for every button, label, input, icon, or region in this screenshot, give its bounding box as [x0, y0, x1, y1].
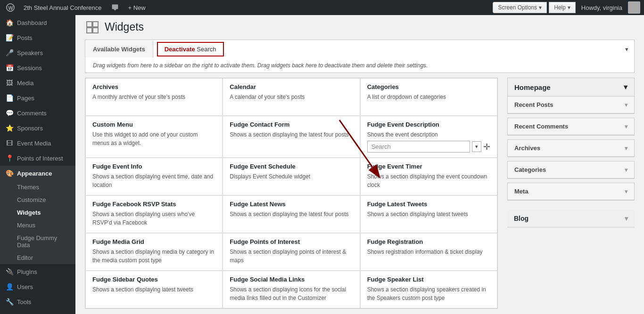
- search-input[interactable]: [367, 141, 470, 153]
- panel-header-categories[interactable]: Categories ▾: [508, 161, 634, 178]
- search-dropdown[interactable]: ▾: [472, 141, 481, 152]
- sidebar-item-posts[interactable]: 📝 Posts: [0, 30, 75, 45]
- panel-header-recent-posts[interactable]: Recent Posts ▾: [508, 97, 634, 113]
- widget-card-fudge-contact-form[interactable]: Fudge Contact Form Shows a section displ…: [223, 116, 360, 158]
- widget-card-fudge-media-grid[interactable]: Fudge Media Grid Shows a section display…: [85, 233, 223, 271]
- sidebar-label-speakers: Speakers: [17, 49, 43, 56]
- panel-header-archives[interactable]: Archives ▾: [508, 140, 634, 157]
- panel-header-meta[interactable]: Meta ▾: [508, 183, 634, 200]
- widget-title: Fudge Event Timer: [367, 163, 490, 170]
- sub-item-themes[interactable]: Themes: [0, 181, 75, 193]
- sidebar-item-plugins[interactable]: 🔌 Plugins: [0, 264, 75, 279]
- deactivate-red: Deactivate: [165, 46, 195, 53]
- comments-icon[interactable]: [107, 0, 124, 15]
- widget-title: Fudge Event Schedule: [230, 163, 353, 170]
- site-name[interactable]: 2th Steel Annual Conference: [19, 0, 107, 15]
- sidebar-item-speakers[interactable]: 🎤 Speakers: [0, 45, 75, 60]
- widget-desc: Shows a section displaying users who've …: [92, 210, 215, 227]
- sidebar-item-comments[interactable]: 💬 Comments: [0, 105, 75, 121]
- widget-card-archives[interactable]: Archives A monthly archive of your site'…: [85, 78, 223, 116]
- widget-card-fudge-sidebar-quotes[interactable]: Fudge Sidebar Quotes Shows a section dis…: [85, 271, 223, 308]
- sub-item-fudge-dummy[interactable]: Fudge Dummy Data: [0, 232, 75, 251]
- tab-deactivate-search[interactable]: Deactivate Search: [157, 42, 224, 56]
- sidebar-item-media[interactable]: 🖼 Media: [0, 75, 75, 90]
- blog-header[interactable]: Blog ▾: [507, 210, 635, 227]
- sessions-icon: 📅: [6, 64, 13, 72]
- widget-desc: Shows the event description: [367, 130, 490, 139]
- page-title: Widgets: [105, 20, 144, 34]
- widget-desc: Shows a section displaying the latest fo…: [230, 210, 353, 218]
- widgets-page-icon: [85, 20, 100, 35]
- widget-card-fudge-speaker-list[interactable]: Fudge Speaker List Shows a section displ…: [360, 271, 497, 308]
- tabs-dropdown[interactable]: ▾: [619, 42, 634, 56]
- new-item[interactable]: + New: [124, 0, 150, 15]
- widget-card-fudge-registration[interactable]: Fudge Registration Shows registration in…: [360, 233, 497, 271]
- widget-card-fudge-event-info[interactable]: Fudge Event Info Shows a section display…: [85, 158, 223, 195]
- widget-card-fudge-points-of-interest[interactable]: Fudge Points of Interest Shows a section…: [223, 233, 360, 271]
- sponsors-icon: ⭐: [6, 124, 13, 132]
- sidebar-item-settings[interactable]: ⚙ Settings: [0, 309, 75, 314]
- adminbar-right: Screen Options ▾ Help ▾ Howdy, virginia: [493, 1, 640, 14]
- tab-available-widgets[interactable]: Available Widgets: [85, 41, 153, 57]
- blog-body: [507, 227, 635, 256]
- speakers-icon: 🎤: [6, 49, 13, 56]
- sub-item-customize[interactable]: Customize: [0, 193, 75, 206]
- homepage-panel-recent-posts: Recent Posts ▾: [507, 96, 635, 114]
- sub-item-editor[interactable]: Editor: [0, 251, 75, 264]
- comments-menu-icon: 💬: [6, 109, 13, 117]
- main-content: Widgets Available Widgets Deactivate Sea…: [75, 15, 644, 314]
- sub-item-menus[interactable]: Menus: [0, 219, 75, 232]
- panel-label-meta: Meta: [514, 188, 528, 195]
- widget-title: Fudge Sidebar Quotes: [92, 276, 215, 283]
- widget-title: Fudge Media Grid: [92, 238, 215, 245]
- widget-card-fudge-facebook-rsvp-stats[interactable]: Fudge Facebook RSVP Stats Shows a sectio…: [85, 195, 223, 233]
- sidebar-label-dashboard: Dashboard: [17, 19, 47, 26]
- widget-card-fudge-social-media-links[interactable]: Fudge Social Media Links Shows a section…: [223, 271, 360, 308]
- widget-card-categories[interactable]: Categories A list or dropdown of categor…: [360, 78, 497, 116]
- sidebar-item-users[interactable]: 👤 Users: [0, 279, 75, 294]
- deactivate-rest: Search: [195, 46, 216, 53]
- panel-label-archives: Archives: [514, 145, 540, 152]
- sidebar-item-points-of-interest[interactable]: 📍 Points of Interest: [0, 151, 75, 166]
- media-icon: 🖼: [6, 79, 13, 87]
- panel-header-recent-comments[interactable]: Recent Comments ▾: [508, 118, 634, 135]
- sub-item-widgets[interactable]: Widgets: [0, 206, 75, 219]
- panel-chevron-recent-comments: ▾: [625, 123, 627, 130]
- widget-desc: Shows a section displaying icons for the…: [230, 285, 353, 302]
- appearance-submenu: Themes Customize Widgets Menus Fudge Dum…: [0, 181, 75, 264]
- widget-title: Fudge Latest News: [230, 201, 353, 208]
- wp-logo[interactable]: W: [4, 0, 17, 15]
- widget-card-fudge-latest-news[interactable]: Fudge Latest News Shows a section displa…: [223, 195, 360, 233]
- widget-card-fudge-event-schedule[interactable]: Fudge Event Schedule Displays Event Sche…: [223, 158, 360, 195]
- help-btn[interactable]: Help ▾: [549, 2, 576, 13]
- appearance-label[interactable]: 🎨 Appearance: [0, 166, 75, 181]
- screen-options-btn[interactable]: Screen Options ▾: [493, 2, 547, 13]
- widget-card-custom-menu[interactable]: Custom Menu Use this widget to add one o…: [85, 116, 223, 158]
- widget-desc: Shows a section displaying speakers crea…: [367, 285, 490, 302]
- sidebar-item-sponsors[interactable]: ⭐ Sponsors: [0, 121, 75, 136]
- blog-title: Blog: [514, 215, 528, 222]
- event-media-icon: 🎞: [6, 139, 13, 147]
- sidebar-item-event-media[interactable]: 🎞 Event Media: [0, 136, 75, 151]
- sidebar-item-pages[interactable]: 📄 Pages: [0, 90, 75, 105]
- widget-card-fudge-event-description[interactable]: Fudge Event Description Shows the event …: [360, 116, 497, 158]
- move-handle[interactable]: ✛: [483, 142, 490, 152]
- widget-desc: Shows a section displaying media by cate…: [92, 248, 215, 265]
- panel-chevron-meta: ▾: [625, 188, 627, 195]
- homepage-header[interactable]: Homepage ▾: [507, 78, 635, 96]
- sidebar-item-sessions[interactable]: 📅 Sessions: [0, 60, 75, 75]
- sidebar-item-dashboard[interactable]: 🏠 Dashboard: [0, 15, 75, 30]
- sidebar-item-tools[interactable]: 🔧 Tools: [0, 294, 75, 309]
- sidebar-label-sponsors: Sponsors: [17, 125, 43, 132]
- panel-label-categories: Categories: [514, 166, 546, 173]
- pages-icon: 📄: [6, 94, 13, 102]
- widget-title: Fudge Latest Tweets: [367, 201, 490, 208]
- user-avatar[interactable]: [628, 1, 640, 14]
- widget-card-fudge-event-timer[interactable]: Fudge Event Timer Shows a section displa…: [360, 158, 497, 195]
- panel-label-recent-posts: Recent Posts: [514, 101, 553, 108]
- widget-grid: Archives A monthly archive of your site'…: [85, 78, 498, 309]
- widget-title: Calendar: [230, 83, 353, 90]
- widget-card-fudge-latest-tweets[interactable]: Fudge Latest Tweets Shows a section disp…: [360, 195, 497, 233]
- widget-card-calendar[interactable]: Calendar A calendar of your site's posts: [223, 78, 360, 116]
- sidebar-label-points: Points of Interest: [17, 155, 63, 162]
